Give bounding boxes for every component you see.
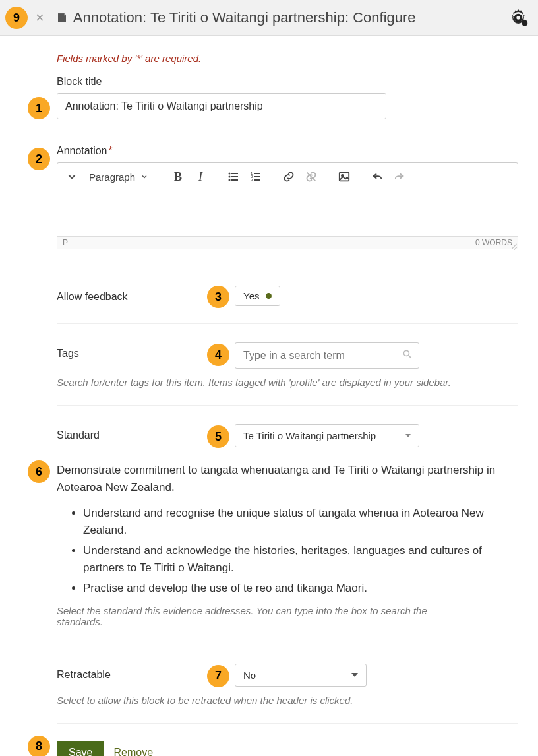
redo-button[interactable] [390, 167, 409, 187]
retractable-help-text: Select to allow this block to be retract… [57, 695, 465, 706]
badge-1: 1 [28, 97, 50, 119]
editor-word-count: 0 WORDS [475, 238, 512, 247]
badge-4: 4 [207, 344, 229, 366]
undo-button[interactable] [367, 167, 387, 187]
close-icon[interactable]: × [36, 11, 44, 25]
badge-8: 8 [28, 736, 50, 757]
svg-point-4 [229, 176, 231, 178]
svg-rect-7 [231, 179, 238, 181]
bullet-list-button[interactable] [224, 167, 243, 187]
bold-button[interactable]: B [168, 167, 188, 187]
chevron-down-icon [405, 434, 411, 437]
standard-select[interactable]: Te Tiriti o Waitangi partnership [235, 424, 419, 447]
retractable-select[interactable]: No [235, 664, 367, 687]
link-button[interactable] [279, 167, 299, 187]
svg-rect-11 [254, 176, 260, 177]
svg-point-16 [404, 350, 409, 356]
standard-bullet: Practise and develop the use of te reo a… [83, 580, 518, 597]
save-button[interactable]: Save [57, 741, 104, 757]
resize-handle-icon[interactable] [510, 241, 518, 249]
editor-toolbar: Paragraph B I 123 [57, 163, 518, 191]
tags-help-text: Search for/enter tags for this item. Ite… [57, 377, 465, 388]
svg-rect-3 [231, 173, 238, 174]
settings-gear-icon[interactable] [508, 7, 529, 28]
annotation-label: Annotation* [57, 145, 518, 157]
toggle-indicator-icon [266, 293, 272, 299]
block-title-label: Block title [57, 76, 518, 88]
svg-rect-5 [231, 176, 238, 177]
badge-2: 2 [28, 148, 50, 170]
standard-description-bullets: Understand and recognise the unique stat… [57, 505, 518, 597]
svg-point-6 [229, 179, 231, 181]
badge-6: 6 [28, 460, 50, 483]
editor-path: P [63, 238, 68, 247]
unlink-button[interactable] [301, 167, 321, 187]
search-icon [402, 349, 413, 362]
required-star-icon: * [109, 145, 113, 156]
toolbar-expand-button[interactable] [64, 167, 80, 187]
svg-rect-9 [254, 173, 260, 174]
standard-bullet: Understand and acknowledge the histories… [83, 542, 518, 576]
svg-text:3: 3 [251, 178, 253, 182]
block-title-input[interactable] [57, 93, 386, 119]
standard-help-text: Select the standard this evidence addres… [57, 605, 465, 627]
annotation-editor: Paragraph B I 123 [57, 162, 518, 249]
allow-feedback-toggle[interactable]: Yes [235, 286, 280, 306]
numbered-list-button[interactable]: 123 [246, 167, 266, 187]
tags-search-input[interactable] [235, 342, 419, 369]
page-title: Annotation: Te Tiriti o Waitangi partner… [73, 9, 416, 26]
italic-button[interactable]: I [191, 167, 210, 187]
svg-point-2 [229, 173, 231, 175]
badge-7: 7 [207, 665, 229, 687]
chevron-down-icon [351, 673, 358, 677]
badge-9: 9 [5, 7, 28, 29]
note-icon [56, 11, 68, 24]
remove-link[interactable]: Remove [113, 747, 153, 757]
standard-description-intro: Demonstrate commitment to tangata whenua… [57, 462, 518, 495]
format-select[interactable]: Paragraph [82, 167, 155, 187]
badge-5: 5 [207, 425, 229, 448]
required-fields-note: Fields marked by '*' are required. [57, 53, 518, 64]
svg-rect-13 [254, 179, 260, 181]
editor-textarea[interactable] [57, 191, 518, 237]
badge-3: 3 [207, 286, 229, 308]
standard-bullet: Understand and recognise the unique stat… [83, 505, 518, 538]
image-button[interactable] [334, 167, 354, 187]
